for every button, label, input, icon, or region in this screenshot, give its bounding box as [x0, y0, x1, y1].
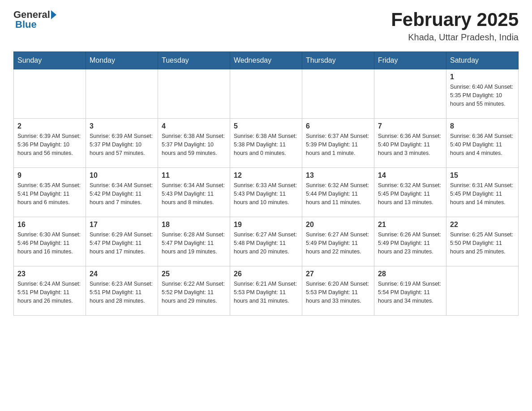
calendar-cell: 14Sunrise: 6:32 AM Sunset: 5:45 PM Dayli…	[374, 168, 446, 217]
day-number: 22	[450, 221, 515, 229]
calendar-cell: 18Sunrise: 6:28 AM Sunset: 5:47 PM Dayli…	[158, 217, 230, 266]
day-info: Sunrise: 6:38 AM Sunset: 5:37 PM Dayligh…	[162, 132, 226, 157]
day-number: 3	[90, 122, 154, 130]
calendar-cell	[230, 69, 302, 119]
day-info: Sunrise: 6:23 AM Sunset: 5:51 PM Dayligh…	[90, 280, 154, 305]
calendar-cell	[14, 69, 86, 119]
day-info: Sunrise: 6:27 AM Sunset: 5:48 PM Dayligh…	[234, 231, 298, 256]
day-number: 20	[306, 221, 370, 229]
calendar-week-row: 1Sunrise: 6:40 AM Sunset: 5:35 PM Daylig…	[14, 69, 519, 119]
day-info: Sunrise: 6:24 AM Sunset: 5:51 PM Dayligh…	[17, 280, 82, 305]
calendar-cell: 19Sunrise: 6:27 AM Sunset: 5:48 PM Dayli…	[230, 217, 302, 266]
day-number: 7	[378, 122, 442, 130]
calendar-cell	[446, 266, 519, 316]
location-text: Khada, Uttar Pradesh, India	[391, 32, 519, 43]
day-number: 25	[162, 270, 226, 278]
day-info: Sunrise: 6:21 AM Sunset: 5:53 PM Dayligh…	[234, 280, 298, 305]
calendar-week-row: 2Sunrise: 6:39 AM Sunset: 5:36 PM Daylig…	[14, 119, 519, 168]
day-number: 8	[450, 122, 515, 130]
day-info: Sunrise: 6:31 AM Sunset: 5:45 PM Dayligh…	[450, 181, 515, 206]
day-of-week-header: Friday	[374, 52, 446, 69]
calendar-cell: 9Sunrise: 6:35 AM Sunset: 5:41 PM Daylig…	[14, 168, 86, 217]
day-number: 21	[378, 221, 442, 229]
day-number: 27	[306, 270, 370, 278]
logo-arrow-icon	[51, 10, 56, 19]
day-info: Sunrise: 6:19 AM Sunset: 5:54 PM Dayligh…	[378, 280, 442, 305]
calendar-cell	[374, 69, 446, 119]
calendar-header-row: SundayMondayTuesdayWednesdayThursdayFrid…	[14, 52, 519, 69]
calendar-cell: 4Sunrise: 6:38 AM Sunset: 5:37 PM Daylig…	[158, 119, 230, 168]
calendar-cell: 21Sunrise: 6:26 AM Sunset: 5:49 PM Dayli…	[374, 217, 446, 266]
day-number: 17	[90, 221, 154, 229]
day-info: Sunrise: 6:20 AM Sunset: 5:53 PM Dayligh…	[306, 280, 370, 305]
day-info: Sunrise: 6:36 AM Sunset: 5:40 PM Dayligh…	[450, 132, 515, 157]
day-number: 5	[234, 122, 298, 130]
calendar-cell: 2Sunrise: 6:39 AM Sunset: 5:36 PM Daylig…	[14, 119, 86, 168]
day-info: Sunrise: 6:39 AM Sunset: 5:36 PM Dayligh…	[17, 132, 82, 157]
day-of-week-header: Wednesday	[230, 52, 302, 69]
calendar-week-row: 9Sunrise: 6:35 AM Sunset: 5:41 PM Daylig…	[14, 168, 519, 217]
day-of-week-header: Thursday	[302, 52, 374, 69]
calendar-cell: 17Sunrise: 6:29 AM Sunset: 5:47 PM Dayli…	[86, 217, 158, 266]
day-info: Sunrise: 6:32 AM Sunset: 5:45 PM Dayligh…	[378, 181, 442, 206]
day-of-week-header: Saturday	[446, 52, 519, 69]
calendar-cell: 8Sunrise: 6:36 AM Sunset: 5:40 PM Daylig…	[446, 119, 519, 168]
day-number: 1	[450, 73, 515, 81]
calendar-cell	[158, 69, 230, 119]
day-number: 10	[90, 171, 154, 180]
calendar-cell: 6Sunrise: 6:37 AM Sunset: 5:39 PM Daylig…	[302, 119, 374, 168]
day-info: Sunrise: 6:36 AM Sunset: 5:40 PM Dayligh…	[378, 132, 442, 157]
day-number: 26	[234, 270, 298, 278]
calendar-cell: 1Sunrise: 6:40 AM Sunset: 5:35 PM Daylig…	[446, 69, 519, 119]
day-info: Sunrise: 6:34 AM Sunset: 5:42 PM Dayligh…	[90, 181, 154, 206]
month-title: February 2025	[391, 9, 519, 30]
day-info: Sunrise: 6:26 AM Sunset: 5:49 PM Dayligh…	[378, 231, 442, 256]
day-number: 23	[17, 270, 82, 278]
day-info: Sunrise: 6:28 AM Sunset: 5:47 PM Dayligh…	[162, 231, 226, 256]
day-number: 28	[378, 270, 442, 278]
day-number: 13	[306, 171, 370, 180]
calendar-cell: 12Sunrise: 6:33 AM Sunset: 5:43 PM Dayli…	[230, 168, 302, 217]
day-number: 9	[17, 171, 82, 180]
day-info: Sunrise: 6:35 AM Sunset: 5:41 PM Dayligh…	[17, 181, 82, 206]
calendar-cell: 28Sunrise: 6:19 AM Sunset: 5:54 PM Dayli…	[374, 266, 446, 316]
day-number: 18	[162, 221, 226, 229]
day-number: 19	[234, 221, 298, 229]
day-number: 24	[90, 270, 154, 278]
calendar-cell	[302, 69, 374, 119]
day-info: Sunrise: 6:25 AM Sunset: 5:50 PM Dayligh…	[450, 231, 515, 256]
calendar-week-row: 16Sunrise: 6:30 AM Sunset: 5:46 PM Dayli…	[14, 217, 519, 266]
calendar-cell: 7Sunrise: 6:36 AM Sunset: 5:40 PM Daylig…	[374, 119, 446, 168]
day-info: Sunrise: 6:34 AM Sunset: 5:43 PM Dayligh…	[162, 181, 226, 206]
calendar-cell	[86, 69, 158, 119]
calendar-cell: 25Sunrise: 6:22 AM Sunset: 5:52 PM Dayli…	[158, 266, 230, 316]
day-number: 4	[162, 122, 226, 130]
day-info: Sunrise: 6:39 AM Sunset: 5:37 PM Dayligh…	[90, 132, 154, 157]
title-section: February 2025 Khada, Uttar Pradesh, Indi…	[391, 9, 519, 43]
day-info: Sunrise: 6:22 AM Sunset: 5:52 PM Dayligh…	[162, 280, 226, 305]
calendar-cell: 10Sunrise: 6:34 AM Sunset: 5:42 PM Dayli…	[86, 168, 158, 217]
day-number: 14	[378, 171, 442, 180]
calendar-cell: 5Sunrise: 6:38 AM Sunset: 5:38 PM Daylig…	[230, 119, 302, 168]
day-number: 12	[234, 171, 298, 180]
calendar-cell: 27Sunrise: 6:20 AM Sunset: 5:53 PM Dayli…	[302, 266, 374, 316]
day-info: Sunrise: 6:29 AM Sunset: 5:47 PM Dayligh…	[90, 231, 154, 256]
day-info: Sunrise: 6:27 AM Sunset: 5:49 PM Dayligh…	[306, 231, 370, 256]
calendar-cell: 16Sunrise: 6:30 AM Sunset: 5:46 PM Dayli…	[14, 217, 86, 266]
calendar-cell: 23Sunrise: 6:24 AM Sunset: 5:51 PM Dayli…	[14, 266, 86, 316]
day-info: Sunrise: 6:30 AM Sunset: 5:46 PM Dayligh…	[17, 231, 82, 256]
calendar-cell: 24Sunrise: 6:23 AM Sunset: 5:51 PM Dayli…	[86, 266, 158, 316]
day-info: Sunrise: 6:37 AM Sunset: 5:39 PM Dayligh…	[306, 132, 370, 157]
day-number: 15	[450, 171, 515, 180]
day-of-week-header: Sunday	[14, 52, 86, 69]
day-number: 16	[17, 221, 82, 229]
calendar-cell: 13Sunrise: 6:32 AM Sunset: 5:44 PM Dayli…	[302, 168, 374, 217]
calendar-cell: 3Sunrise: 6:39 AM Sunset: 5:37 PM Daylig…	[86, 119, 158, 168]
day-info: Sunrise: 6:32 AM Sunset: 5:44 PM Dayligh…	[306, 181, 370, 206]
page-header: General Blue February 2025 Khada, Uttar …	[13, 9, 519, 43]
day-number: 2	[17, 122, 82, 130]
calendar-cell: 22Sunrise: 6:25 AM Sunset: 5:50 PM Dayli…	[446, 217, 519, 266]
day-of-week-header: Tuesday	[158, 52, 230, 69]
calendar-cell: 15Sunrise: 6:31 AM Sunset: 5:45 PM Dayli…	[446, 168, 519, 217]
calendar-cell: 11Sunrise: 6:34 AM Sunset: 5:43 PM Dayli…	[158, 168, 230, 217]
